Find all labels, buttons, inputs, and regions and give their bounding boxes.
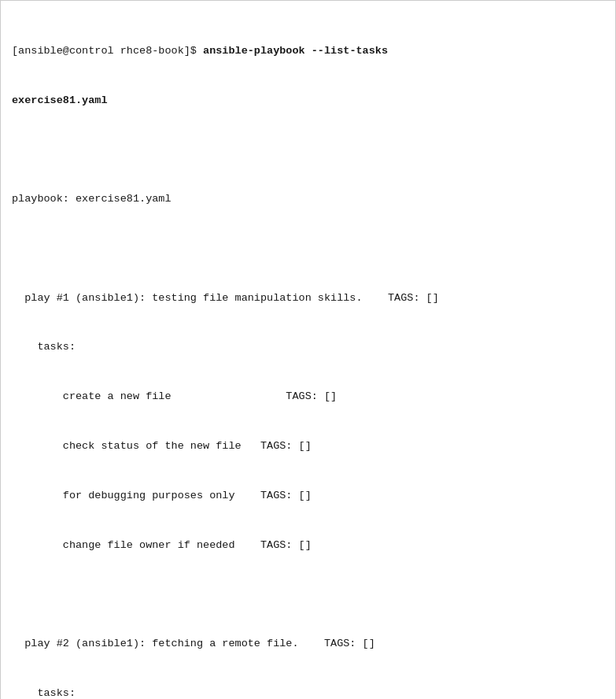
play-1-tasks-label: tasks: xyxy=(12,339,604,356)
play-1-task-3: for debugging purposes only TAGS: [] xyxy=(12,488,604,505)
play-2-header: play #2 (ansible1): fetching a remote fi… xyxy=(12,636,604,653)
command-text-1: ansible-playbook --list-tasks xyxy=(203,45,388,57)
blank-2 xyxy=(12,241,604,257)
play-1-task-1: create a new file TAGS: [] xyxy=(12,389,604,405)
play-2-tasks-label: tasks: xyxy=(12,686,604,699)
play-1-header: play #1 (ansible1): testing file manipul… xyxy=(12,290,604,307)
play-1-task-4: change file owner if needed TAGS: [] xyxy=(12,538,604,554)
blank-3 xyxy=(12,586,604,603)
command-line-1b: exercise81.yaml xyxy=(12,93,604,109)
prompt-1: [ansible@control rhce8-book]$ xyxy=(12,45,203,57)
playbook-label: playbook: exercise81.yaml xyxy=(12,191,604,208)
command-line-1: [ansible@control rhce8-book]$ ansible-pl… xyxy=(12,43,604,60)
blank-1 xyxy=(12,142,604,158)
play-1-task-2: check status of the new file TAGS: [] xyxy=(12,438,604,455)
terminal-output: [ansible@control rhce8-book]$ ansible-pl… xyxy=(0,0,616,699)
